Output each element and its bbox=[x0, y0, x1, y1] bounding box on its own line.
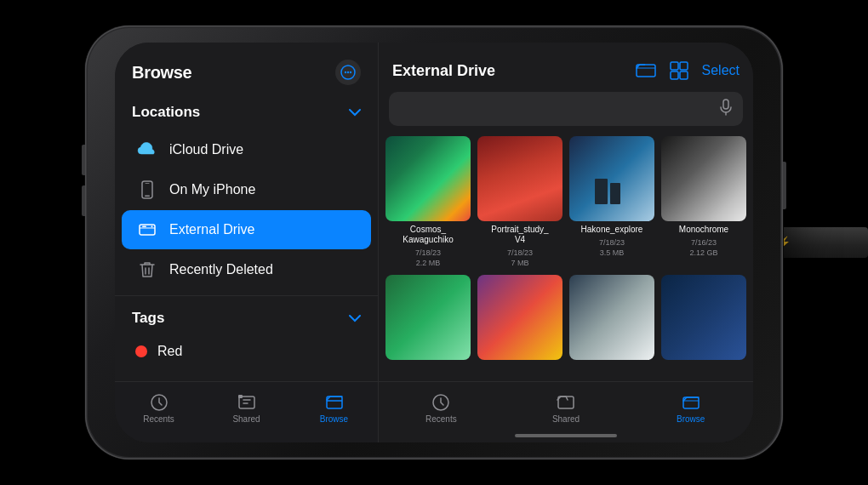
file-name-4: Monochrome bbox=[679, 225, 728, 235]
tab-recents-label: Recents bbox=[143, 414, 174, 424]
file-meta-2: 7/18/237 MB bbox=[507, 248, 533, 268]
locations-header: Locations bbox=[115, 100, 378, 129]
file-item-2[interactable]: Portrait_study_V4 7/18/237 MB bbox=[477, 136, 562, 268]
tags-section: Tags Red bbox=[115, 295, 378, 373]
file-meta-1: 7/18/232.2 MB bbox=[415, 248, 441, 268]
search-bar[interactable] bbox=[389, 92, 743, 126]
file-item-8[interactable] bbox=[661, 275, 746, 360]
tags-chevron[interactable] bbox=[349, 311, 361, 325]
iphone-label: On My iPhone bbox=[169, 182, 255, 197]
sidebar-item-icloud[interactable]: iCloud Drive bbox=[122, 130, 371, 169]
file-thumb-3 bbox=[569, 136, 654, 221]
shared-label-right: Shared bbox=[552, 414, 580, 424]
sidebar-title: Browse bbox=[132, 63, 191, 83]
volume-down-button[interactable] bbox=[82, 185, 85, 216]
file-name-2: Portrait_study_V4 bbox=[491, 225, 548, 245]
locations-label: Locations bbox=[132, 104, 200, 121]
svg-rect-16 bbox=[680, 62, 688, 70]
grid-view-button[interactable] bbox=[670, 61, 688, 80]
file-thumb-6 bbox=[477, 275, 562, 360]
shared-icon bbox=[236, 393, 258, 412]
svg-rect-17 bbox=[671, 71, 678, 79]
content-area: External Drive bbox=[379, 43, 753, 442]
file-grid: Cosmos_Kawaguchiko 7/18/232.2 MB Portrai… bbox=[379, 133, 753, 381]
tab-recents[interactable]: Recents bbox=[115, 388, 203, 424]
tab-browse-right[interactable]: Browse bbox=[628, 388, 753, 424]
more-button[interactable] bbox=[335, 60, 361, 85]
browse-icon bbox=[323, 393, 345, 412]
file-name-1: Cosmos_Kawaguchiko bbox=[403, 225, 453, 245]
content-header: External Drive bbox=[379, 43, 753, 92]
file-meta-3: 7/18/233.5 MB bbox=[599, 238, 625, 258]
file-thumb-8 bbox=[661, 275, 746, 360]
file-item-5[interactable] bbox=[385, 275, 471, 360]
svg-point-2 bbox=[347, 71, 349, 73]
header-actions: Select bbox=[636, 61, 740, 80]
red-dot bbox=[135, 345, 147, 357]
shared-icon-right bbox=[555, 393, 577, 412]
browse-icon-right bbox=[680, 393, 702, 412]
file-thumb-7 bbox=[569, 275, 654, 360]
file-item-3[interactable]: Hakone_explore 7/18/233.5 MB bbox=[569, 136, 654, 268]
icloud-icon bbox=[135, 138, 159, 162]
svg-rect-5 bbox=[145, 196, 150, 197]
tab-bar: Recents Shared bbox=[115, 381, 378, 442]
svg-rect-15 bbox=[671, 62, 678, 70]
tab-browse-label: Browse bbox=[320, 414, 348, 424]
sidebar: Browse Locatio bbox=[115, 43, 379, 442]
tab-shared[interactable]: Shared bbox=[203, 388, 290, 424]
svg-rect-19 bbox=[723, 100, 728, 109]
external-label: External Drive bbox=[169, 222, 254, 237]
svg-rect-6 bbox=[146, 183, 150, 184]
tab-recents-right[interactable]: Recents bbox=[379, 388, 504, 424]
volume-up-button[interactable] bbox=[82, 145, 85, 175]
file-item-7[interactable] bbox=[569, 275, 654, 360]
select-button[interactable]: Select bbox=[702, 63, 740, 78]
svg-rect-21 bbox=[558, 397, 574, 408]
tag-red[interactable]: Red bbox=[122, 336, 371, 367]
tab-shared-label: Shared bbox=[232, 414, 260, 424]
sidebar-header: Browse bbox=[115, 43, 378, 95]
svg-point-1 bbox=[345, 71, 346, 73]
file-item-6[interactable] bbox=[477, 275, 562, 360]
tags-label: Tags bbox=[132, 310, 164, 327]
svg-rect-8 bbox=[142, 226, 146, 228]
sidebar-item-deleted[interactable]: Recently Deleted bbox=[122, 250, 371, 289]
svg-point-9 bbox=[151, 225, 153, 227]
file-item-1[interactable]: Cosmos_Kawaguchiko 7/18/232.2 MB bbox=[385, 136, 471, 268]
svg-rect-12 bbox=[238, 395, 243, 398]
mic-icon bbox=[719, 99, 733, 119]
svg-rect-14 bbox=[637, 65, 655, 77]
iphone-icon bbox=[135, 178, 159, 202]
sidebar-item-iphone[interactable]: On My iPhone bbox=[122, 170, 371, 209]
power-button[interactable] bbox=[783, 162, 786, 209]
locations-chevron[interactable] bbox=[349, 106, 361, 119]
svg-rect-11 bbox=[239, 397, 254, 408]
deleted-label: Recently Deleted bbox=[169, 262, 273, 277]
file-name-3: Hakone_explore bbox=[581, 225, 643, 235]
svg-point-3 bbox=[350, 71, 351, 73]
file-meta-4: 7/16/232.12 GB bbox=[689, 238, 717, 258]
file-thumb-4 bbox=[661, 136, 746, 221]
file-thumb-1 bbox=[385, 136, 471, 221]
tab-browse[interactable]: Browse bbox=[290, 388, 378, 424]
file-thumb-5 bbox=[385, 275, 471, 360]
sidebar-item-external[interactable]: External Drive bbox=[122, 210, 371, 249]
phone-frame: Browse Locatio bbox=[85, 26, 783, 459]
icloud-label: iCloud Drive bbox=[169, 142, 243, 157]
external-drive-icon bbox=[135, 218, 159, 242]
browse-label-right: Browse bbox=[677, 414, 705, 424]
locations-section: Locations bbox=[115, 95, 378, 295]
phone-screen: Browse Locatio bbox=[115, 43, 753, 442]
recents-label-right: Recents bbox=[425, 414, 457, 424]
trash-icon bbox=[135, 258, 159, 282]
recents-icon bbox=[148, 393, 170, 412]
home-indicator bbox=[515, 434, 617, 437]
tags-header: Tags bbox=[115, 306, 378, 335]
view-folder-button[interactable] bbox=[636, 62, 656, 79]
content-title: External Drive bbox=[392, 62, 495, 80]
file-item-4[interactable]: Monochrome 7/16/232.12 GB bbox=[661, 136, 746, 268]
tag-red-label: Red bbox=[157, 344, 182, 359]
tab-shared-right[interactable]: Shared bbox=[504, 388, 629, 424]
file-thumb-2 bbox=[477, 136, 562, 221]
